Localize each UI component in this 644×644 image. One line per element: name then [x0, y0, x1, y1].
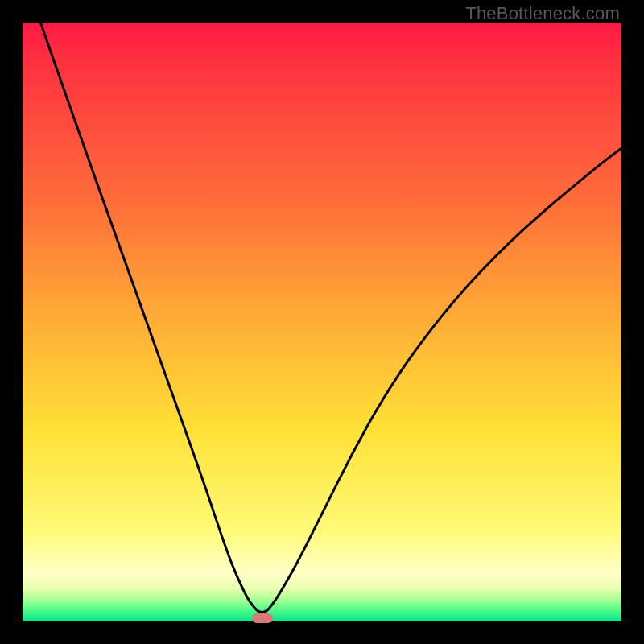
bottleneck-marker	[252, 613, 273, 623]
chart-frame: TheBottleneck.com	[0, 0, 644, 644]
bottleneck-curve	[23, 23, 621, 621]
watermark-text: TheBottleneck.com	[465, 3, 620, 24]
